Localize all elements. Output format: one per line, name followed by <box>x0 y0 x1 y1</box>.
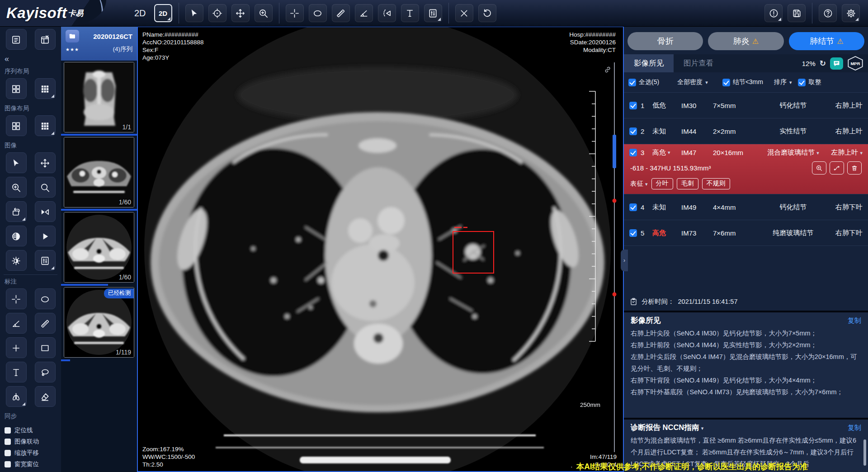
nodule-row-5[interactable]: 5 高危 IM73 7×6mm 纯磨玻璃结节 右肺下叶 <box>624 220 868 246</box>
image-grid-3x3-button[interactable] <box>35 115 56 136</box>
pointer-tool-button[interactable] <box>185 4 203 22</box>
nodule-row-3-selected[interactable]: 3 高危▾ IM47 20×16mm 混合磨玻璃结节 ▾ 左肺上叶 ▾ -618… <box>624 144 868 194</box>
delete-annotation-button[interactable] <box>455 4 473 22</box>
section-label-sync: 同步 <box>4 411 57 423</box>
delete-nodule-button[interactable] <box>847 161 862 175</box>
panel-collapse-handle[interactable]: › <box>621 250 628 271</box>
lung-segment-button[interactable] <box>6 386 27 407</box>
pan-tool-button[interactable] <box>231 4 250 22</box>
anno-lasso-button[interactable] <box>35 362 56 382</box>
rail-zoom-in-button[interactable] <box>6 177 27 198</box>
location-dropdown[interactable]: 左肺上叶 ▾ <box>825 148 863 157</box>
series-grid-2x2-button[interactable] <box>6 78 27 99</box>
followup-compare-button[interactable] <box>830 161 844 175</box>
close-series-button[interactable] <box>35 29 56 50</box>
series-thumbnail-lung[interactable]: 1/60 <box>64 212 134 283</box>
rail-invert-button[interactable] <box>6 226 27 246</box>
series-thumbnail-neck[interactable]: 1/60 <box>64 137 134 208</box>
anno-ellipse-button[interactable] <box>35 288 56 309</box>
refresh-icon[interactable]: ↻ <box>820 59 826 68</box>
risk-dropdown[interactable]: 高危▾ <box>652 148 681 157</box>
rail-brightness-button[interactable] <box>6 250 27 271</box>
type-dropdown[interactable]: 混合磨玻璃结节 ▾ <box>762 148 825 157</box>
help-button[interactable] <box>819 4 837 22</box>
tab-pneumonia[interactable]: 肺炎⚠ <box>708 32 783 50</box>
rail-magnifier-button[interactable] <box>35 177 56 198</box>
locate-nodule-button[interactable] <box>812 161 826 175</box>
list-icon <box>11 34 21 45</box>
localize-tool-button[interactable] <box>208 4 226 22</box>
series-thumbnail-detected[interactable]: 已经检测 1/119 <box>64 287 134 358</box>
anno-text-button[interactable] <box>6 362 27 382</box>
tab-fracture[interactable]: 骨折 <box>627 32 703 50</box>
copy-report-link[interactable]: 复制 <box>848 424 861 432</box>
nodule-checkbox[interactable] <box>629 127 637 135</box>
nodule-row-4[interactable]: 4 未知 IM49 4×4mm 钙化结节 右肺下叶 <box>624 194 868 220</box>
small-nodule-checkbox[interactable]: 结节<3mm <box>722 78 763 86</box>
checkbox[interactable] <box>628 79 636 86</box>
select-all-checkbox[interactable]: 全选(5) <box>628 78 659 86</box>
alert-button[interactable] <box>764 4 783 22</box>
reset-button[interactable] <box>478 4 496 22</box>
nodule-row-1[interactable]: 1 低危 IM30 7×5mm 钙化结节 右肺上叶 <box>624 93 868 118</box>
ruler-tool-button[interactable] <box>332 4 350 22</box>
angle-tool-button[interactable] <box>355 4 373 22</box>
checkbox[interactable] <box>798 79 806 86</box>
sync-checkbox-zoom-pan[interactable] <box>5 450 11 456</box>
save-button[interactable] <box>788 4 806 22</box>
rail-cine-play-button[interactable] <box>35 226 56 246</box>
eraser-button[interactable] <box>35 386 56 407</box>
feature-tag-irregular[interactable]: 不规则 <box>702 178 730 189</box>
cobb-angle-tool-button[interactable] <box>378 4 396 22</box>
report-title[interactable]: 诊断报告 NCCN指南 ▾ <box>631 423 703 433</box>
feature-dropdown[interactable]: 表征 ▾ <box>630 179 648 188</box>
study-header[interactable]: 20200126CT ★★★ (4)序列 <box>61 26 137 61</box>
image-grid-2x2-button[interactable] <box>6 115 27 136</box>
rail-pointer-button[interactable] <box>6 152 27 173</box>
rail-rotate-button[interactable] <box>6 201 27 222</box>
link-icon[interactable] <box>603 65 612 76</box>
nodule-checkbox[interactable] <box>629 102 637 109</box>
analysis-time-value: 2021/11/15 16:41:57 <box>678 298 738 305</box>
rail-window-level-button[interactable] <box>35 250 56 271</box>
copy-findings-link[interactable]: 复制 <box>848 316 861 325</box>
settings-button[interactable] <box>842 4 860 22</box>
report-chip-icon[interactable] <box>830 57 843 70</box>
series-list-button[interactable] <box>6 29 27 50</box>
nodule-row-2[interactable]: 2 未知 IM44 2×2mm 实性结节 右肺上叶 <box>624 118 868 144</box>
series-thumbnail-scout[interactable]: 1/1 <box>64 62 134 132</box>
series-grid-3x3-button[interactable] <box>35 78 56 99</box>
grid-2x2-icon <box>11 84 21 94</box>
rail-pan-button[interactable] <box>35 152 56 173</box>
density-dropdown[interactable]: 全部密度▾ <box>677 78 708 86</box>
round-checkbox[interactable]: 取整 <box>798 78 821 86</box>
anno-cross-button[interactable] <box>6 337 27 358</box>
sync-checkbox-localizer[interactable] <box>5 427 11 434</box>
anno-crosshair-button[interactable] <box>6 288 27 309</box>
text-annotation-button[interactable] <box>401 4 419 22</box>
nodule-checkbox[interactable] <box>629 203 637 211</box>
ct-viewport[interactable]: PName:########## AccNO:202101158888 Sex:… <box>137 26 624 472</box>
rail-flip-button[interactable] <box>35 201 56 222</box>
layout-2d-button[interactable]: 2D <box>154 4 172 22</box>
tab-lung-nodule[interactable]: 肺结节⚠ <box>789 32 864 50</box>
checkbox[interactable] <box>722 79 730 86</box>
tab-findings[interactable]: 影像所见 <box>624 54 674 72</box>
anno-ruler-button[interactable] <box>35 313 56 334</box>
crosshair-tool-button[interactable] <box>286 4 304 22</box>
tab-image-view[interactable]: 图片查看 <box>674 54 723 72</box>
mpr-button[interactable]: MPR <box>847 56 863 71</box>
feature-tag-spiculation[interactable]: 毛刺 <box>677 178 698 189</box>
sync-checkbox-window[interactable] <box>5 461 11 467</box>
anno-angle-button[interactable] <box>6 313 27 334</box>
anno-rect-button[interactable] <box>35 337 56 358</box>
zoom-tool-button[interactable] <box>255 4 273 22</box>
collapse-rail-button[interactable]: « <box>4 53 57 66</box>
ellipse-tool-button[interactable] <box>309 4 327 22</box>
nodule-checkbox[interactable] <box>629 149 637 156</box>
feature-tag-lobulation[interactable]: 分叶 <box>651 178 673 189</box>
window-level-button[interactable] <box>424 4 442 22</box>
nodule-checkbox[interactable] <box>629 229 637 237</box>
sort-dropdown[interactable]: 排序▾ <box>774 78 792 86</box>
sync-checkbox-image-link[interactable] <box>5 439 11 445</box>
